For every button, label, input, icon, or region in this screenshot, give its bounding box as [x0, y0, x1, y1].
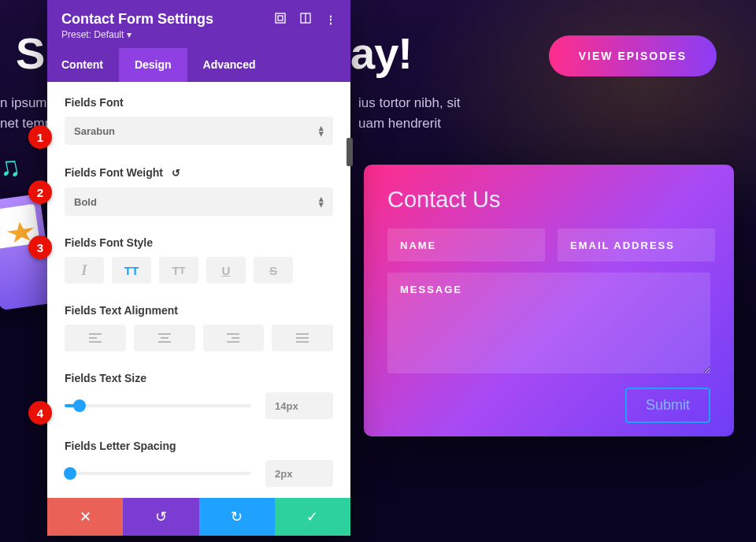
- hero-heading-fragment-right: ay!: [350, 28, 412, 79]
- fields-spacing-label: Fields Letter Spacing: [65, 440, 333, 452]
- submit-button[interactable]: Submit: [625, 388, 710, 423]
- panel-scroll-handle[interactable]: [346, 138, 353, 166]
- tab-design[interactable]: Design: [119, 48, 187, 82]
- name-field[interactable]: [387, 228, 545, 262]
- hero-para-frag-1: n ipsum: [0, 93, 47, 113]
- fields-font-value: Sarabun: [74, 125, 115, 137]
- fields-weight-group: Fields Font Weight ↺ Bold ▴▾: [65, 165, 333, 216]
- svg-rect-0: [276, 13, 285, 23]
- fields-weight-select[interactable]: Bold ▴▾: [65, 187, 333, 216]
- smallcaps-button[interactable]: TT: [159, 257, 198, 284]
- hero-para-frag-3: ius tortor nibh, sit: [358, 93, 460, 113]
- fields-weight-value: Bold: [74, 196, 97, 208]
- reset-icon[interactable]: ↺: [169, 165, 183, 180]
- italic-button[interactable]: I: [65, 257, 104, 284]
- align-center-button[interactable]: [134, 325, 195, 351]
- fields-font-group: Fields Font Sarabun ▴▾: [65, 96, 333, 145]
- annotation-marker-2: 2: [28, 180, 52, 204]
- contact-submit-row: Submit: [387, 388, 710, 423]
- panel-title: Contact Form Settings: [61, 11, 213, 28]
- redo-button[interactable]: ↻: [199, 498, 275, 536]
- fields-style-label: Fields Font Style: [65, 236, 333, 249]
- contact-row-1: [387, 228, 710, 262]
- annotation-marker-4: 4: [28, 401, 52, 425]
- music-note-icon: ♫: [0, 147, 33, 184]
- fields-font-label: Fields Font: [65, 96, 333, 109]
- svg-rect-1: [278, 16, 283, 20]
- align-buttons: [65, 325, 333, 351]
- align-right-button[interactable]: [203, 325, 265, 351]
- strikethrough-button[interactable]: S: [254, 257, 293, 284]
- settings-panel: Contact Form Settings ⋮ Preset: Default …: [47, 0, 350, 536]
- panel-header: Contact Form Settings ⋮ Preset: Default …: [47, 0, 350, 48]
- undo-button[interactable]: ↺: [123, 498, 198, 536]
- snap-icon[interactable]: [300, 13, 311, 26]
- fields-size-value[interactable]: 14px: [265, 392, 333, 419]
- fields-size-group: Fields Text Size 14px: [65, 372, 333, 419]
- annotation-marker-1: 1: [28, 125, 52, 149]
- annotation-marker-3: 3: [28, 236, 52, 259]
- fields-style-group: Fields Font Style I TT TT U S: [65, 236, 333, 284]
- hero-para-frag-4: uam hendrerit: [358, 113, 441, 134]
- cancel-button[interactable]: ✕: [47, 498, 123, 536]
- fields-spacing-group: Fields Letter Spacing 2px: [65, 440, 333, 487]
- fields-weight-label-text: Fields Font Weight: [65, 166, 163, 179]
- font-style-buttons: I TT TT U S: [65, 257, 333, 284]
- hero-heading-fragment-left: S: [16, 28, 44, 79]
- tab-advanced[interactable]: Advanced: [187, 48, 272, 82]
- align-justify-button[interactable]: [272, 325, 333, 351]
- uppercase-button[interactable]: TT: [112, 257, 151, 284]
- contact-title: Contact Us: [387, 187, 710, 213]
- fields-align-label: Fields Text Alignment: [65, 304, 333, 317]
- fields-spacing-value[interactable]: 2px: [265, 460, 333, 487]
- panel-footer: ✕ ↺ ↻ ✓: [47, 498, 350, 536]
- underline-button[interactable]: U: [206, 257, 246, 284]
- expand-icon[interactable]: [275, 13, 286, 26]
- save-button[interactable]: ✓: [275, 498, 350, 536]
- align-left-button[interactable]: [65, 325, 126, 351]
- preset-selector[interactable]: Preset: Default ▾: [61, 29, 336, 40]
- panel-tabs: Content Design Advanced: [47, 48, 350, 82]
- slider-thumb[interactable]: [73, 399, 86, 412]
- view-episodes-button[interactable]: VIEW EPISODES: [549, 35, 717, 76]
- chevron-updown-icon: ▴▾: [319, 125, 324, 136]
- slider-thumb[interactable]: [64, 467, 76, 480]
- fields-size-slider[interactable]: [65, 404, 251, 407]
- chevron-updown-icon: ▴▾: [319, 196, 324, 206]
- more-icon[interactable]: ⋮: [325, 13, 336, 26]
- email-field[interactable]: [558, 228, 715, 262]
- message-field[interactable]: [387, 273, 710, 373]
- fields-font-select[interactable]: Sarabun ▴▾: [65, 117, 333, 145]
- contact-form-card: Contact Us Submit: [364, 165, 734, 436]
- fields-weight-label: Fields Font Weight ↺: [65, 165, 333, 180]
- panel-body[interactable]: Fields Font Sarabun ▴▾ Fields Font Weigh…: [47, 82, 350, 498]
- fields-size-label: Fields Text Size: [65, 372, 333, 384]
- panel-header-actions: ⋮: [275, 13, 336, 26]
- fields-spacing-slider[interactable]: [65, 472, 251, 475]
- fields-align-group: Fields Text Alignment: [65, 304, 333, 351]
- tab-content[interactable]: Content: [47, 48, 119, 82]
